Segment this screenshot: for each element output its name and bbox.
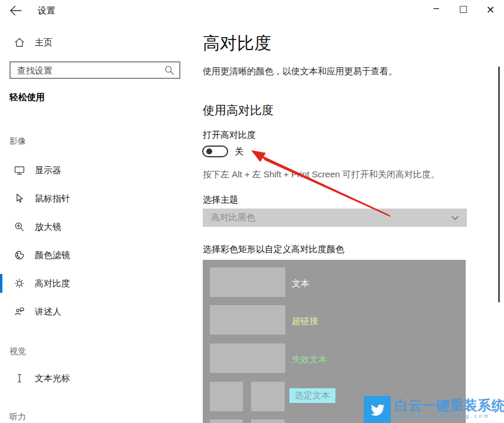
app-title: 设置 xyxy=(38,5,55,16)
sidebar-category-title: 轻松使用 xyxy=(9,92,45,103)
theme-select-label: 选择主题 xyxy=(203,194,238,206)
maximize-icon[interactable]: □ xyxy=(450,0,477,18)
selected-indicator xyxy=(0,274,2,293)
button-fg-swatch[interactable] xyxy=(251,419,285,423)
toggle-state-text: 关 xyxy=(235,146,243,157)
home-icon xyxy=(14,37,25,48)
text-cursor-icon xyxy=(14,372,25,384)
theme-dropdown[interactable]: 高对比黑色 xyxy=(203,209,467,227)
sidebar-item-text-cursor[interactable]: 文本光标 xyxy=(0,366,195,390)
high-contrast-toggle[interactable] xyxy=(202,146,228,157)
toggle-knob xyxy=(206,148,212,154)
selected-text-fg-swatch[interactable] xyxy=(251,382,285,411)
search-input[interactable] xyxy=(11,65,164,75)
sidebar-item-label: 显示器 xyxy=(35,165,61,176)
sidebar-item-label: 颜色滤镜 xyxy=(35,250,70,261)
sidebar-section-vision: 影像 xyxy=(9,136,26,147)
back-button[interactable] xyxy=(9,4,23,17)
back-arrow-icon xyxy=(9,4,23,17)
watermark-brand-text: 白云一键重装系统 xyxy=(394,396,504,415)
watermark-logo xyxy=(364,396,391,423)
page-description: 使用更清晰的颜色，以使文本和应用更易于查看。 xyxy=(203,66,397,77)
narrator-icon xyxy=(14,306,25,318)
sidebar-section-visual: 视觉 xyxy=(9,346,26,357)
window-controls: ─ □ × xyxy=(423,0,504,18)
preview-text-label: 文本 xyxy=(292,278,309,289)
color-filter-icon xyxy=(14,249,25,261)
preview-hyperlink-label: 超链接 xyxy=(292,316,318,327)
magnifier-plus-icon xyxy=(14,221,25,233)
preview-selected-label: 选定文本 xyxy=(289,388,335,403)
theme-dropdown-value: 高对比黑色 xyxy=(211,212,450,223)
shortcut-hint: 按下左 Alt + 左 Shift + Print Screen 可打开和关闭高… xyxy=(203,169,440,180)
twitter-bird-icon xyxy=(368,400,387,419)
sidebar-item-label: 高对比度 xyxy=(35,278,70,289)
swatch-section-label: 选择彩色矩形以自定义高对比度颜色 xyxy=(203,244,344,255)
toggle-label: 打开高对比度 xyxy=(203,130,256,141)
settings-window: 设置 ─ □ × 主页 轻松使用 影像 显示器 鼠标指针 放大镜 xyxy=(0,0,504,423)
close-icon[interactable]: × xyxy=(477,0,504,18)
text-color-swatch[interactable] xyxy=(210,267,285,297)
sidebar-item-label: 文本光标 xyxy=(35,373,70,384)
minimize-icon[interactable]: ─ xyxy=(423,0,450,18)
chevron-down-icon xyxy=(450,213,460,223)
sidebar-item-display[interactable]: 显示器 xyxy=(0,158,195,182)
high-contrast-icon xyxy=(14,277,25,289)
section-heading: 使用高对比度 xyxy=(203,103,274,118)
sidebar-section-hearing: 听力 xyxy=(9,412,26,422)
sidebar-item-magnifier[interactable]: 放大镜 xyxy=(0,215,195,239)
settings-search xyxy=(9,61,180,79)
sidebar-item-label: 放大镜 xyxy=(35,222,61,233)
page-title: 高对比度 xyxy=(203,32,271,55)
selected-text-bg-swatch[interactable] xyxy=(210,382,243,411)
monitor-icon xyxy=(14,164,25,176)
sidebar-item-label: 讲述人 xyxy=(35,306,61,318)
hyperlink-color-swatch[interactable] xyxy=(210,305,285,335)
button-bg-swatch[interactable] xyxy=(210,419,243,423)
sidebar-item-label: 主页 xyxy=(35,37,52,48)
sidebar-item-mouse-pointer[interactable]: 鼠标指针 xyxy=(0,187,195,210)
sidebar-item-narrator[interactable]: 讲述人 xyxy=(0,300,195,323)
disabled-text-color-swatch[interactable] xyxy=(210,343,285,373)
scrollbar[interactable] xyxy=(498,67,500,302)
sidebar-item-high-contrast[interactable]: 高对比度 xyxy=(0,272,195,295)
sidebar-item-color-filter[interactable]: 颜色滤镜 xyxy=(0,243,195,267)
preview-disabled-label: 失效文本 xyxy=(292,354,327,365)
search-icon[interactable] xyxy=(164,65,174,75)
mouse-pointer-icon xyxy=(14,193,25,204)
sidebar-item-label: 鼠标指针 xyxy=(35,193,70,204)
sidebar-item-home[interactable]: 主页 xyxy=(0,31,195,54)
watermark-url: www.baiyunxitong.com xyxy=(396,413,490,419)
